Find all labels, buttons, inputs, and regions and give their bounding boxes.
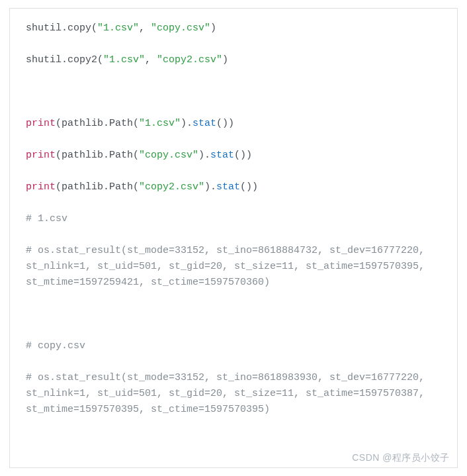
blank-line <box>26 36 441 52</box>
code-token: (pathlib.Path( <box>56 181 139 193</box>
code-string: "copy2.csv" <box>157 54 222 66</box>
code-string: "1.csv" <box>97 23 139 34</box>
code-function: print <box>26 118 56 129</box>
code-token: shutil.copy( <box>26 23 97 34</box>
code-method: stat <box>216 181 240 193</box>
code-method: stat <box>210 150 234 161</box>
comment-text: # copy.csv <box>26 340 85 352</box>
code-function: print <box>26 181 56 193</box>
code-line-copy2: shutil.copy2("1.csv", "copy2.csv") <box>26 52 441 68</box>
code-string: "copy.csv" <box>151 23 210 34</box>
code-token: ()) <box>240 181 258 193</box>
code-string: "copy.csv" <box>139 150 198 161</box>
code-line-copy: shutil.copy("1.csv", "copy.csv") <box>26 21 441 36</box>
code-comment: # os.stat_result(st_mode=33152, st_ino=8… <box>26 370 441 418</box>
comment-text: # os.stat_result(st_mode=33152, st_ino=8… <box>26 372 431 415</box>
blank-line <box>26 291 441 322</box>
code-comment: # 1.csv <box>26 211 441 227</box>
code-token: ) <box>222 54 228 66</box>
blank-line <box>26 68 441 100</box>
code-token: ()) <box>234 150 252 161</box>
code-token: ()) <box>216 118 234 129</box>
code-line-print1: print(pathlib.Path("1.csv").stat()) <box>26 116 441 132</box>
code-token: shutil.copy2( <box>26 54 103 66</box>
code-token: (pathlib.Path( <box>56 150 139 161</box>
code-function: print <box>26 150 56 161</box>
code-token: ). <box>181 118 192 129</box>
blank-line <box>26 132 441 148</box>
blank-line <box>26 164 441 179</box>
code-token: (pathlib.Path( <box>56 118 139 129</box>
code-string: "1.csv" <box>103 54 145 66</box>
watermark-text: CSDN @程序员小饺子 <box>352 452 450 464</box>
code-block: shutil.copy("1.csv", "copy.csv") shutil.… <box>9 8 458 468</box>
code-comment: # copy.csv <box>26 338 441 354</box>
blank-line <box>26 195 441 211</box>
code-token: , <box>145 54 157 66</box>
blank-line <box>26 227 441 243</box>
code-string: "1.csv" <box>139 118 181 129</box>
code-line-print3: print(pathlib.Path("copy2.csv").stat()) <box>26 179 441 195</box>
comment-text: # os.stat_result(st_mode=33152, st_ino=8… <box>26 245 431 288</box>
code-token: ). <box>198 150 210 161</box>
blank-line <box>26 354 441 370</box>
comment-text: # 1.csv <box>26 213 67 224</box>
code-token: ). <box>204 181 216 193</box>
blank-line <box>26 322 441 338</box>
code-string: "copy2.csv" <box>139 181 204 193</box>
blank-line <box>26 100 441 116</box>
code-token: ) <box>210 23 216 34</box>
code-token: , <box>139 23 151 34</box>
code-comment: # os.stat_result(st_mode=33152, st_ino=8… <box>26 243 441 291</box>
code-method: stat <box>192 118 216 129</box>
code-line-print2: print(pathlib.Path("copy.csv").stat()) <box>26 148 441 164</box>
